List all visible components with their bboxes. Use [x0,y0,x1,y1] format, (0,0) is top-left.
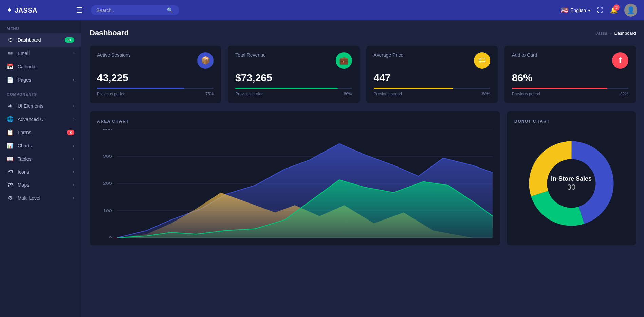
sidebar-item-ui-elements[interactable]: ◈ UI Elements › [0,99,81,112]
stat-cards: Active Sessions 📦 43,225 Previous period… [90,46,636,103]
chevron-right-icon: › [73,77,74,82]
page-title: Dashboard [90,29,129,37]
top-navigation: ✦ JASSA ☰ 🔍 🇺🇸 English ▾ ⛶ 🔔 3 👤 [0,0,644,20]
stat-card-title: Active Sessions [97,52,131,58]
stat-card-title: Add to Card [512,52,537,58]
pages-icon: 📄 [7,76,14,83]
ui-elements-icon: ◈ [7,103,14,109]
chevron-right-icon: › [73,117,74,122]
stat-card-footer: Previous period 68% [374,92,490,96]
period-value: 75% [205,92,214,96]
hamburger-button[interactable]: ☰ [73,4,86,16]
period-value: 82% [620,92,628,96]
page-header: Dashboard Jassa › Dashboard [90,29,636,37]
period-label: Previous period [374,92,402,96]
forms-badge: 8 [67,130,74,135]
stat-card-title: Total Revenue [235,52,266,58]
stat-card-bar-bg [512,88,628,89]
chevron-right-icon: › [73,51,74,56]
components-section-label: COMPONENTS [0,86,81,99]
main-content: Dashboard Jassa › Dashboard Active Sessi… [81,20,644,317]
sidebar-item-multi-level[interactable]: ⚙ Multi Level › [0,191,81,205]
sidebar-item-calendar[interactable]: 📅 Calendar [0,60,81,73]
chevron-right-icon: › [73,196,74,200]
sidebar-item-label: Multi Level [18,195,69,201]
area-chart-title: AREA CHART [97,119,493,124]
breadcrumb-current: Dashboard [614,31,636,36]
sidebar-item-icons[interactable]: 🏷 Icons › [0,165,81,178]
svg-text:200: 200 [103,181,112,186]
donut-chart-title: DONUT CHART [514,119,628,124]
sidebar-item-advanced-ui[interactable]: 🌐 Advanced UI › [0,112,81,126]
sidebar-item-label: Tables [18,156,69,162]
expand-button[interactable]: ⛶ [597,7,603,14]
stat-card-bar-bg [97,88,214,89]
stat-card-bar-bg [235,88,352,89]
stat-card-bar-bg [374,88,490,89]
sidebar-item-tables[interactable]: 📖 Tables › [0,152,81,165]
sidebar-item-label: Pages [18,77,69,83]
sidebar-item-label: Maps [18,182,69,188]
sidebar-item-charts[interactable]: 📊 Charts › [0,139,81,152]
stat-card-active-sessions: Active Sessions 📦 43,225 Previous period… [90,46,221,103]
average-price-icon: 🏷 [474,52,490,69]
area-chart-svg: 0 100 200 300 400 2013 2014 2015 2016 20… [97,129,493,238]
maps-icon: 🗺 [7,182,14,188]
stat-card-value: $73,265 [235,72,352,84]
stat-card-total-revenue: Total Revenue 💼 $73,265 Previous period … [228,46,359,103]
dashboard-badge: 9+ [65,37,74,43]
search-input[interactable] [96,7,164,13]
sidebar-item-dashboard[interactable]: ⊙ Dashboard 9+ [0,33,81,47]
sidebar-item-label: Icons [18,169,69,175]
donut-chart-container: In-Store Sales 30 [514,129,628,238]
stat-card-add-to-card: Add to Card ⬆ 86% Previous period 82% [504,46,636,103]
chevron-down-icon: ▾ [588,7,590,13]
search-icon: 🔍 [167,7,173,13]
charts-icon: 📊 [7,142,14,149]
sidebar-item-label: Calendar [18,64,74,69]
total-revenue-icon: 💼 [336,52,352,69]
notifications-badge: 3 [613,4,620,11]
active-sessions-icon: 📦 [197,52,214,69]
email-icon: ✉ [7,50,14,56]
period-label: Previous period [97,92,125,96]
stat-card-header: Add to Card ⬆ [512,52,628,69]
main-layout: MENU ⊙ Dashboard 9+ ✉ Email › 📅 Calendar… [0,20,644,317]
svg-text:100: 100 [103,208,112,213]
add-to-card-icon: ⬆ [612,52,628,69]
sidebar: MENU ⊙ Dashboard 9+ ✉ Email › 📅 Calendar… [0,20,81,317]
chevron-right-icon: › [73,143,74,148]
donut-center-value: 30 [567,183,575,192]
dashboard-icon: ⊙ [7,37,14,43]
forms-icon: 📋 [7,129,14,136]
svg-text:300: 300 [103,154,112,158]
sidebar-item-email[interactable]: ✉ Email › [0,47,81,60]
stat-card-header: Active Sessions 📦 [97,52,214,69]
flag-icon: 🇺🇸 [561,6,568,14]
donut-center: In-Store Sales 30 [551,175,592,192]
notifications-button[interactable]: 🔔 3 [610,6,618,14]
sidebar-item-label: UI Elements [18,103,69,109]
stat-card-header: Average Price 🏷 [374,52,490,69]
breadcrumb-jassa: Jassa [596,31,607,36]
language-selector[interactable]: 🇺🇸 English ▾ [561,6,590,14]
period-label: Previous period [512,92,540,96]
area-chart-card: AREA CHART [90,111,500,245]
app-name: JASSA [15,6,37,14]
chevron-right-icon: › [73,104,74,108]
svg-text:0: 0 [109,235,112,238]
sidebar-item-forms[interactable]: 📋 Forms 8 [0,126,81,139]
stat-card-bar-fill [512,88,607,89]
svg-text:400: 400 [103,129,112,131]
user-avatar[interactable]: 👤 [624,4,637,17]
stat-card-average-price: Average Price 🏷 447 Previous period 68% [366,46,498,103]
stat-card-value: 447 [374,72,490,84]
sidebar-item-label: Charts [18,143,69,148]
breadcrumb-separator: › [610,31,611,36]
sidebar-item-maps[interactable]: 🗺 Maps › [0,178,81,191]
stat-card-header: Total Revenue 💼 [235,52,352,69]
app-logo: ✦ JASSA [7,6,68,14]
sidebar-item-pages[interactable]: 📄 Pages › [0,73,81,86]
tables-icon: 📖 [7,156,14,162]
icons-icon: 🏷 [7,169,14,175]
